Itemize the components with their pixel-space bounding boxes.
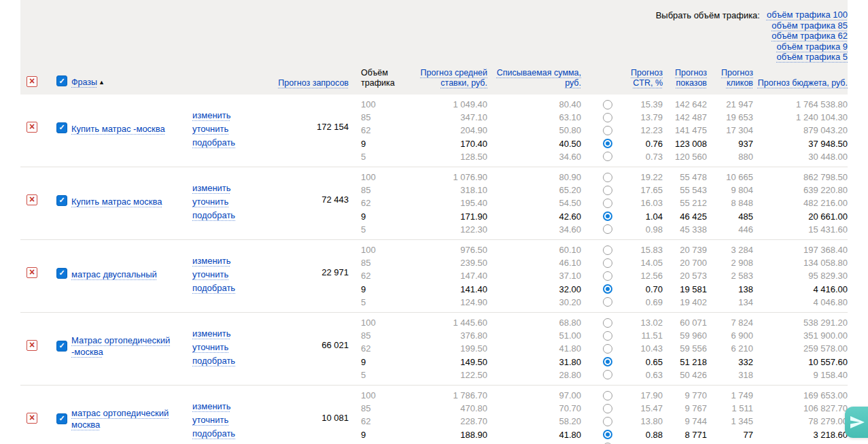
- delete-phrase-icon[interactable]: ×: [27, 340, 37, 351]
- traffic-volume-radio[interactable]: [603, 139, 612, 148]
- select-all-checkbox[interactable]: ✓: [56, 75, 67, 86]
- traffic-volume-radio[interactable]: [603, 331, 612, 341]
- variant-clicks: 318: [707, 369, 753, 381]
- action-pick-link[interactable]: подобрать: [192, 356, 235, 366]
- variant-charged-sum: 60.10: [487, 243, 581, 256]
- action-edit-link[interactable]: изменить: [192, 184, 231, 193]
- variant-budget: 169 653.00: [753, 389, 848, 402]
- traffic-volume-radio[interactable]: [603, 357, 612, 366]
- traffic-volume-radio[interactable]: [603, 173, 612, 182]
- variant-budget: 37 948.50: [753, 137, 848, 150]
- phrase-checkbox[interactable]: ✓: [56, 413, 67, 424]
- traffic-volume-radio[interactable]: [603, 224, 612, 234]
- header-ctr-forecast-link[interactable]: Прогноз CTR, %: [631, 68, 663, 88]
- action-edit-link[interactable]: изменить: [192, 256, 231, 266]
- variant-ctr: 11.51: [617, 329, 663, 342]
- phrase-link[interactable]: Купить матрас -москва: [71, 124, 165, 134]
- traffic-volume-radio[interactable]: [603, 318, 612, 328]
- phrase-link[interactable]: Купить матрас москва: [71, 197, 162, 207]
- header-shows-forecast-link[interactable]: Прогноз показов: [675, 68, 707, 88]
- variant-volume: 100: [349, 243, 401, 256]
- action-refine-link[interactable]: уточнить: [192, 197, 228, 207]
- traffic-volume-radio[interactable]: [603, 370, 612, 379]
- traffic-volume-radio[interactable]: [603, 186, 612, 195]
- action-refine-link[interactable]: уточнить: [192, 270, 228, 279]
- header-budget-forecast-link[interactable]: Прогноз бюджета, руб.: [758, 78, 848, 88]
- variant-charged-sum: 34.60: [487, 223, 581, 236]
- header-queries-forecast-link[interactable]: Прогноз запросов: [278, 78, 349, 88]
- variant-volume: 5: [349, 369, 401, 381]
- traffic-volume-radio[interactable]: [603, 152, 612, 161]
- traffic-volume-radio[interactable]: [603, 284, 612, 294]
- variant-avg-bid: 195.40: [401, 197, 487, 209]
- action-pick-link[interactable]: подобрать: [192, 429, 235, 439]
- action-pick-link[interactable]: подобрать: [192, 284, 235, 293]
- variant-clicks: 6 900: [707, 329, 753, 342]
- chat-widget-button[interactable]: [845, 407, 868, 438]
- header-charged-sum-link[interactable]: Списываемая сумма, руб.: [497, 68, 581, 88]
- traffic-volume-radio[interactable]: [603, 271, 612, 281]
- variant-budget: 3 218.60: [753, 428, 848, 441]
- header-phrases-sort-link[interactable]: Фразы: [71, 78, 97, 87]
- variant-ctr: 15.83: [617, 243, 663, 256]
- phrase-checkbox[interactable]: ✓: [56, 195, 67, 206]
- traffic-volume-radio[interactable]: [603, 126, 612, 135]
- delete-all-phrases-icon[interactable]: ×: [27, 76, 37, 87]
- table-body: ×✓Купить матрас -москваизменитьуточнитьп…: [20, 95, 848, 444]
- check-icon: ✓: [58, 342, 65, 349]
- queries-forecast-value: 66 021: [248, 313, 349, 385]
- phrase-actions: изменитьуточнитьподобрать: [192, 240, 248, 312]
- phrase-link[interactable]: матрас ортопедический москва: [71, 408, 169, 430]
- traffic-volume-radio[interactable]: [603, 297, 612, 307]
- variant-clicks: 17 304: [707, 124, 753, 137]
- variant-ctr: 13.79: [617, 111, 663, 124]
- phrase-link[interactable]: матрас двуспальный: [71, 269, 157, 279]
- variant-budget: 4 416.00: [753, 283, 848, 296]
- header-clicks-forecast-link[interactable]: Прогноз кликов: [721, 68, 753, 88]
- traffic-volume-radio[interactable]: [603, 404, 612, 413]
- traffic-volume-radio[interactable]: [603, 113, 612, 122]
- traffic-variants-table: 100976.5060.1015.8320 7393 284197 368.40…: [349, 240, 848, 309]
- action-edit-link[interactable]: изменить: [192, 329, 231, 339]
- traffic-volume-radio[interactable]: [603, 344, 612, 354]
- traffic-volume-radio[interactable]: [603, 391, 612, 400]
- traffic-volume-radio[interactable]: [603, 430, 612, 439]
- variant-clicks: 10 665: [707, 171, 753, 184]
- variant-avg-bid: 141.40: [401, 283, 487, 296]
- action-refine-link[interactable]: уточнить: [192, 124, 228, 134]
- variant-volume: 62: [349, 197, 401, 209]
- variant-charged-sum: 46.10: [487, 256, 581, 269]
- action-refine-link[interactable]: уточнить: [192, 343, 228, 352]
- action-pick-link[interactable]: подобрать: [192, 211, 235, 220]
- delete-phrase-icon[interactable]: ×: [27, 122, 37, 133]
- variant-budget: 879 043.20: [753, 124, 848, 137]
- variant-budget: 10 557.60: [753, 356, 848, 369]
- traffic-volume-radio[interactable]: [603, 245, 612, 255]
- phrase-checkbox[interactable]: ✓: [56, 268, 67, 279]
- variant-budget: 4 046.80: [753, 296, 848, 309]
- traffic-volume-radio[interactable]: [603, 417, 612, 426]
- phrase-checkbox[interactable]: ✓: [56, 122, 67, 133]
- variant-shows: 20 700: [663, 256, 707, 269]
- variant-clicks: 446: [707, 223, 753, 236]
- delete-phrase-icon[interactable]: ×: [27, 267, 37, 278]
- traffic-volume-radio[interactable]: [603, 100, 612, 109]
- queries-forecast-value: 22 971: [248, 240, 349, 312]
- action-edit-link[interactable]: изменить: [192, 402, 231, 411]
- traffic-volume-radio[interactable]: [603, 211, 612, 221]
- header-avg-bid-link[interactable]: Прогноз средней ставки, руб.: [421, 68, 487, 88]
- variant-budget: 538 291.20: [753, 316, 848, 329]
- action-edit-link[interactable]: изменить: [192, 111, 231, 120]
- action-pick-link[interactable]: подобрать: [192, 138, 235, 148]
- phrase-link[interactable]: Матрас ортопедический -москва: [71, 335, 170, 357]
- delete-phrase-icon[interactable]: ×: [27, 194, 37, 205]
- delete-phrase-icon[interactable]: ×: [27, 413, 37, 424]
- phrase-checkbox[interactable]: ✓: [56, 341, 67, 352]
- queries-forecast-value: 172 154: [248, 95, 349, 167]
- variant-avg-bid: 199.50: [401, 342, 487, 355]
- variant-avg-bid: 128.50: [401, 150, 487, 163]
- action-refine-link[interactable]: уточнить: [192, 415, 228, 425]
- traffic-volume-radio[interactable]: [603, 199, 612, 208]
- traffic-volume-radio[interactable]: [603, 258, 612, 268]
- variant-volume: 5: [349, 150, 401, 163]
